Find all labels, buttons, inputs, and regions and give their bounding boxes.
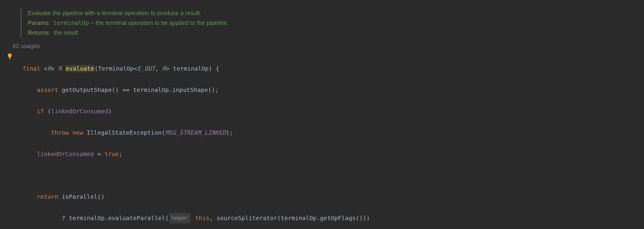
keyword-final: final [23, 65, 40, 72]
type-E_OUT: E_OUT [137, 65, 155, 72]
inlay-hint-helper[interactable]: helper: [169, 213, 190, 223]
call-getOutputShape[interactable]: getOutputShape [62, 86, 112, 93]
svg-rect-1 [9, 59, 10, 59]
method-name-evaluate[interactable]: evaluate [65, 65, 94, 72]
call-inputShape[interactable]: inputShape [172, 86, 208, 93]
code-line[interactable]: linkedOrConsumed = true; [23, 149, 644, 159]
paren-open: ( [94, 65, 98, 72]
comma: , [155, 65, 162, 72]
javadoc-param-desc: – the terminal operation to be applied t… [89, 20, 228, 26]
keyword-return: return [37, 193, 58, 200]
ref-terminalOp[interactable]: terminalOp [69, 214, 105, 222]
field-linkedOrConsumed[interactable]: linkedOrConsumed [51, 108, 108, 115]
brace-open: { [212, 65, 219, 72]
keyword-this: this [195, 214, 209, 222]
ternary-question: ? [62, 214, 69, 222]
type-R: R [162, 65, 166, 72]
code-block[interactable]: final <R> R evaluate(TerminalOp<E_OUT, R… [4, 53, 644, 229]
javadoc-params: Params: terminalOp – the terminal operat… [28, 18, 644, 28]
keyword-if: if [37, 108, 44, 115]
operator-eqeq: == [119, 86, 133, 93]
ref-terminalOp[interactable]: terminalOp [281, 214, 316, 222]
type-IllegalStateException[interactable]: IllegalStateException [87, 129, 162, 136]
svg-rect-0 [9, 58, 10, 58]
paren-close: ) [209, 65, 212, 72]
operator-assign: = [94, 150, 105, 158]
keyword-throw: throw [51, 129, 69, 136]
angle-close: > [166, 65, 169, 72]
javadoc-param-name: terminalOp [53, 19, 89, 26]
call-getOpFlags[interactable]: getOpFlags [320, 214, 355, 222]
javadoc-summary: Evaluate the pipeline with a terminal op… [28, 8, 644, 18]
type-TerminalOp[interactable]: TerminalOp [98, 65, 134, 72]
javadoc-returns-desc: the result [54, 29, 78, 36]
code-line[interactable]: ? terminalOp.evaluateParallel(helper: th… [23, 213, 644, 224]
code-line[interactable] [23, 170, 644, 181]
angle-open: < [44, 65, 47, 72]
angle-open: < [134, 65, 137, 72]
ref-terminalOp[interactable]: terminalOp [133, 86, 169, 93]
javadoc-returns-label: Returns: [28, 29, 50, 36]
field-linkedOrConsumed[interactable]: linkedOrConsumed [37, 150, 94, 158]
call-isParallel[interactable]: isParallel [62, 193, 97, 200]
javadoc-returns: Returns: the result [28, 28, 644, 38]
intention-bulb-icon[interactable] [7, 52, 12, 58]
call-evaluateParallel[interactable]: evaluateParallel [108, 214, 165, 222]
param-terminalOp[interactable]: terminalOp [173, 65, 209, 72]
call-sourceSpliterator[interactable]: sourceSpliterator [217, 214, 277, 222]
usages-hint[interactable]: 42 usages [12, 41, 644, 51]
keyword-true: true [105, 150, 119, 158]
editor-viewport[interactable]: Evaluate the pipeline with a terminal op… [0, 0, 644, 229]
javadoc-params-label: Params: [28, 20, 50, 26]
angle-close: > [51, 65, 55, 72]
code-line[interactable]: if (linkedOrConsumed) [23, 106, 644, 117]
code-line[interactable]: final <R> R evaluate(TerminalOp<E_OUT, R… [23, 63, 644, 74]
type-param-R: R [47, 65, 51, 72]
code-line[interactable]: assert getOutputShape() == terminalOp.in… [23, 85, 644, 95]
const-MSG_STREAM_LINKED[interactable]: MSG_STREAM_LINKED [165, 129, 226, 136]
javadoc-block: Evaluate the pipeline with a terminal op… [21, 8, 644, 38]
code-line[interactable]: return isParallel() [23, 191, 644, 202]
return-type-R: R [58, 65, 62, 72]
code-line[interactable]: throw new IllegalStateException(MSG_STRE… [23, 127, 644, 138]
keyword-assert: assert [37, 86, 58, 93]
keyword-new: new [73, 129, 83, 136]
